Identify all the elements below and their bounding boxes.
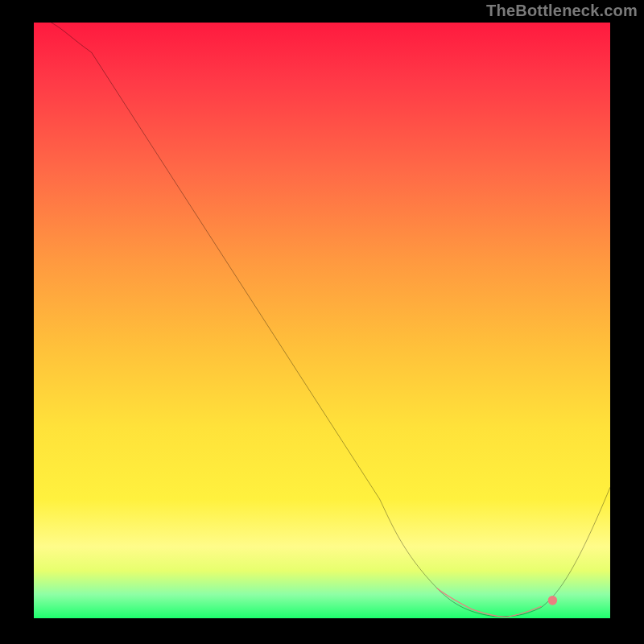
plot-area [34, 23, 610, 618]
chart-frame: TheBottleneck.com [0, 0, 644, 644]
curve-layer [34, 23, 610, 618]
watermark-text: TheBottleneck.com [486, 2, 638, 20]
bottleneck-curve [51, 23, 610, 617]
highlight-segment [437, 588, 541, 617]
highlight-dot [548, 596, 557, 605]
